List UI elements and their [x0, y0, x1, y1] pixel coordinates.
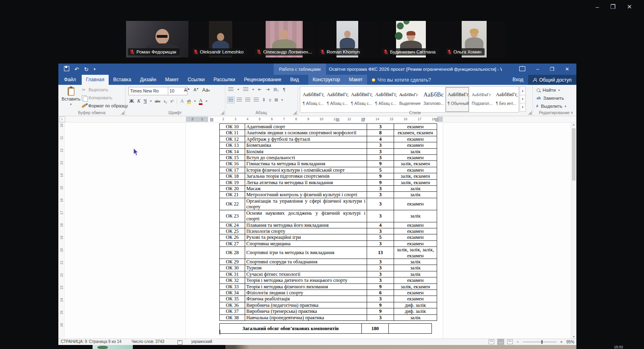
tab-Главная[interactable]: Главная: [82, 75, 109, 85]
status-language[interactable]: украинский: [191, 339, 212, 345]
table-cell[interactable]: екзамен: [394, 136, 437, 142]
table-cell[interactable]: Сучасні фітнес технології: [245, 271, 367, 277]
font-name-select[interactable]: Times New Ro▾: [128, 87, 173, 95]
chevron-down-icon[interactable]: ▾: [237, 88, 239, 91]
table-cell[interactable]: ОК 31: [220, 271, 245, 277]
table-cell[interactable]: 3: [367, 192, 394, 198]
table-row[interactable]: ОК 18Загальна теорія підготовки спортсме…: [220, 173, 437, 179]
underline-button[interactable]: Ч: [144, 98, 147, 104]
tell-me-box[interactable]: Что вы хотите сделать?: [367, 75, 436, 85]
table-cell[interactable]: Психологія спорту: [245, 228, 367, 234]
bullets-icon[interactable]: [228, 87, 233, 92]
undo-icon[interactable]: ↶: [74, 66, 79, 72]
table-cell[interactable]: екзамен: [394, 240, 437, 246]
table-row[interactable]: ОК 34Фізіологія людини і спорту6екзамен: [220, 289, 437, 296]
table-cell[interactable]: залік: [394, 210, 437, 222]
table-cell[interactable]: 9: [367, 308, 394, 314]
table-row[interactable]: ОК 33Теорія і методика фізичного вихован…: [220, 283, 437, 289]
word-restore-icon[interactable]: ❐: [550, 66, 554, 72]
tab-Вид[interactable]: Вид: [286, 75, 303, 85]
table-cell[interactable]: Навчальна (пропедевтична) практика: [245, 314, 367, 320]
table-cell[interactable]: ОК 27: [220, 240, 245, 246]
table-column-marker[interactable]: [361, 118, 365, 121]
table-row[interactable]: ОК 15Вступ до спеціальності3екзамен: [220, 155, 437, 161]
table-cell[interactable]: ОК 35: [220, 296, 245, 302]
table-cell[interactable]: залік, екзамен: [394, 283, 437, 289]
os-minimize-icon[interactable]: –: [596, 3, 599, 10]
table-cell[interactable]: залік, залік, залік, екзамен: [394, 247, 437, 259]
table-cell[interactable]: 9: [367, 302, 394, 308]
highlight-color-button[interactable]: ab: [187, 99, 191, 104]
scroll-down-icon[interactable]: ▼: [571, 335, 576, 338]
table-row[interactable]: ОК 32Теорія і методика дитячого та юнаць…: [220, 277, 437, 283]
table-cell[interactable]: ОК 21: [220, 192, 245, 198]
table-row[interactable]: ОК 12Арбітраж у футболі та футзалі4екзам…: [220, 136, 437, 142]
italic-button[interactable]: К: [137, 98, 140, 104]
table-cell[interactable]: 13: [367, 247, 394, 259]
table-cell[interactable]: залік: [394, 271, 437, 277]
table-cell[interactable]: екзамен: [394, 124, 437, 130]
table-cell[interactable]: ОК 18: [220, 173, 245, 179]
scroll-up-icon[interactable]: ▲: [571, 123, 576, 126]
table-cell[interactable]: ОК 37: [220, 308, 245, 314]
total-empty-cell[interactable]: [389, 324, 432, 334]
table-cell[interactable]: Спортивна медицина: [245, 240, 367, 246]
table-row[interactable]: ОК 10Адаптивний спорт3екзамен: [220, 124, 437, 130]
line-spacing-icon[interactable]: ⇕: [262, 97, 266, 103]
participant-tile[interactable]: Олександр Логвинен...: [253, 21, 316, 57]
dialog-launcher-icon[interactable]: [528, 111, 532, 115]
collapse-ribbon-icon[interactable]: ∧: [570, 111, 573, 115]
table-cell[interactable]: ОК 12: [220, 136, 245, 142]
ruler-band[interactable]: 21 123456789101112131415161718: [186, 117, 443, 122]
table-cell[interactable]: ОК 17: [220, 167, 245, 173]
table-row[interactable]: ОК 37Виробнича (тренерська) практика9диф…: [220, 308, 437, 314]
document-page[interactable]: ОК 10Адаптивний спорт3екзаменОК 11Анатом…: [186, 123, 443, 339]
chevron-down-icon[interactable]: ▾: [206, 99, 207, 103]
style-item[interactable]: АаБбВвГг,¶ Обычный: [445, 87, 469, 112]
zoom-percentage[interactable]: 95%: [566, 340, 574, 344]
participant-tile[interactable]: Роман Федорищак: [126, 21, 190, 57]
table-cell[interactable]: залік, екзамен: [394, 179, 437, 185]
table-cell[interactable]: 9: [367, 283, 394, 289]
style-item[interactable]: АаБбВвГг,¶ Абзац с...: [349, 87, 373, 112]
table-cell[interactable]: залік: [394, 314, 437, 320]
text-effects-button[interactable]: А: [180, 98, 184, 104]
tab-file[interactable]: Файл: [58, 75, 82, 85]
table-cell[interactable]: 3: [367, 124, 394, 130]
table-cell[interactable]: ОК 34: [220, 289, 245, 296]
table-cell[interactable]: Теорія і методика фізичного виховання: [245, 283, 367, 289]
justify-icon[interactable]: [254, 98, 259, 102]
table-cell[interactable]: Туризм: [245, 265, 367, 271]
table-cell[interactable]: 8: [367, 130, 394, 136]
dialog-launcher-icon[interactable]: [221, 111, 224, 115]
style-item[interactable]: АаБбВвГгВыделение: [397, 87, 421, 112]
participant-tile[interactable]: Oleksandr Lemeshko: [190, 21, 253, 57]
table-cell[interactable]: Вступ до спеціальності: [245, 155, 367, 161]
strikethrough-button[interactable]: abc: [155, 99, 161, 103]
align-right-icon[interactable]: [245, 98, 250, 102]
table-cell[interactable]: 3: [367, 259, 394, 265]
cut-button[interactable]: ✂Вырезать: [81, 86, 128, 93]
table-cell[interactable]: Основи наукових досліджень у фізичній ку…: [245, 210, 367, 222]
table-row[interactable]: ОК 30Туризм3залік: [220, 265, 437, 271]
table-row[interactable]: ОК 16Гімнастика та методика її викладанн…: [220, 161, 437, 167]
word-minimize-icon[interactable]: –: [536, 66, 539, 72]
table-cell[interactable]: диф. залік: [394, 302, 437, 308]
shrink-font-button[interactable]: А▼: [194, 88, 199, 92]
zoom-out-icon[interactable]: −: [516, 339, 519, 344]
participant-tile[interactable]: Будинкевич Світлана: [380, 21, 443, 57]
table-cell[interactable]: ОК 29: [220, 259, 245, 265]
sort-icon[interactable]: Я↓: [273, 87, 279, 92]
os-close-icon[interactable]: ✕: [627, 3, 632, 10]
align-left-icon[interactable]: [228, 98, 233, 102]
table-cell[interactable]: 3: [367, 228, 394, 234]
table-cell[interactable]: 5: [367, 167, 394, 173]
status-word-count[interactable]: Число слов: 3743: [132, 339, 164, 345]
table-cell[interactable]: ОК 36: [220, 302, 245, 308]
align-center-icon[interactable]: [237, 98, 242, 102]
table-cell[interactable]: екзамен: [394, 289, 437, 296]
table-cell[interactable]: 3: [367, 265, 394, 271]
proofing-status-icon[interactable]: [178, 340, 182, 345]
table-cell[interactable]: екзамен: [394, 198, 437, 210]
style-item[interactable]: АаБбВвГг,¶ Без инт...: [493, 87, 518, 112]
